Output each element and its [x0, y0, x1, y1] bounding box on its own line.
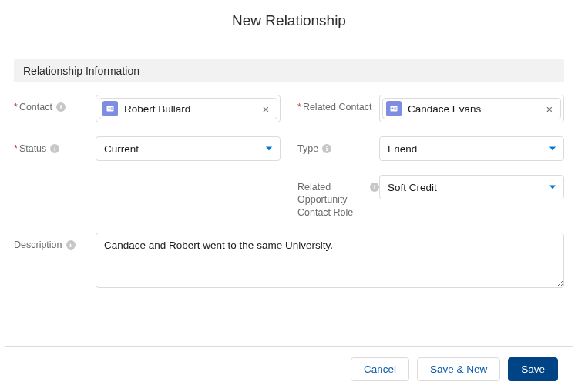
- field-status: * Status i Current: [14, 136, 281, 161]
- info-icon[interactable]: i: [370, 183, 379, 192]
- related-opp-role-select[interactable]: Soft Credit: [379, 175, 564, 199]
- field-type: Type i Friend: [297, 136, 564, 161]
- field-related-opp-role: Related Opportunity Contact Role i Soft …: [297, 175, 564, 219]
- contact-icon: [102, 101, 118, 116]
- status-value: Current: [104, 143, 139, 155]
- svg-rect-6: [395, 108, 397, 109]
- label-description: Description i: [14, 233, 96, 251]
- info-icon[interactable]: i: [322, 144, 331, 153]
- field-description: Description i: [14, 233, 564, 291]
- related-contact-value: Candace Evans: [408, 103, 543, 115]
- section-title: Relationship Information: [14, 59, 564, 82]
- label-related-contact: * Related Contact: [297, 95, 379, 113]
- label-related-opp-role: Related Opportunity Contact Role i: [297, 175, 379, 219]
- chevron-down-icon: [549, 147, 556, 151]
- required-indicator: *: [14, 142, 18, 155]
- cancel-button[interactable]: Cancel: [351, 357, 409, 381]
- svg-point-1: [108, 107, 109, 109]
- info-icon[interactable]: i: [66, 240, 76, 250]
- label-type: Type i: [297, 136, 379, 155]
- svg-rect-0: [107, 106, 114, 112]
- svg-rect-2: [111, 108, 113, 109]
- svg-rect-4: [391, 106, 398, 112]
- svg-point-5: [391, 107, 393, 109]
- modal-header: New Relationship: [5, 5, 573, 42]
- field-related-contact: * Related Contact Candace Evans ×: [297, 95, 564, 122]
- info-icon[interactable]: i: [50, 144, 59, 153]
- description-textarea[interactable]: [96, 233, 564, 288]
- svg-rect-3: [111, 109, 113, 110]
- required-indicator: *: [297, 101, 301, 113]
- svg-rect-7: [395, 109, 397, 110]
- status-select[interactable]: Current: [96, 136, 281, 161]
- field-contact: * Contact i Robert Bullard ×: [14, 95, 281, 122]
- contact-icon: [386, 101, 402, 116]
- related-opp-role-value: Soft Credit: [388, 182, 437, 193]
- related-contact-lookup[interactable]: Candace Evans ×: [379, 95, 564, 122]
- modal-title: New Relationship: [5, 12, 573, 29]
- remove-related-contact-icon[interactable]: ×: [543, 102, 556, 115]
- type-select[interactable]: Friend: [379, 136, 564, 161]
- chevron-down-icon: [549, 186, 556, 189]
- info-icon[interactable]: i: [56, 102, 66, 112]
- chevron-down-icon: [266, 147, 272, 151]
- contact-lookup[interactable]: Robert Bullard ×: [96, 95, 281, 122]
- label-contact: * Contact i: [14, 95, 96, 113]
- save-and-new-button[interactable]: Save & New: [417, 357, 500, 381]
- type-value: Friend: [388, 143, 417, 155]
- remove-contact-icon[interactable]: ×: [260, 102, 272, 115]
- contact-value: Robert Bullard: [124, 103, 260, 115]
- form-grid: * Contact i Robert Bullard ×: [14, 95, 564, 291]
- new-relationship-modal: New Relationship Relationship Informatio…: [0, 0, 578, 392]
- label-status: * Status i: [14, 136, 96, 155]
- modal-body: Relationship Information * Contact i: [0, 42, 578, 346]
- modal-footer: Cancel Save & New Save: [5, 346, 573, 392]
- required-indicator: *: [14, 101, 18, 113]
- save-button[interactable]: Save: [508, 357, 558, 381]
